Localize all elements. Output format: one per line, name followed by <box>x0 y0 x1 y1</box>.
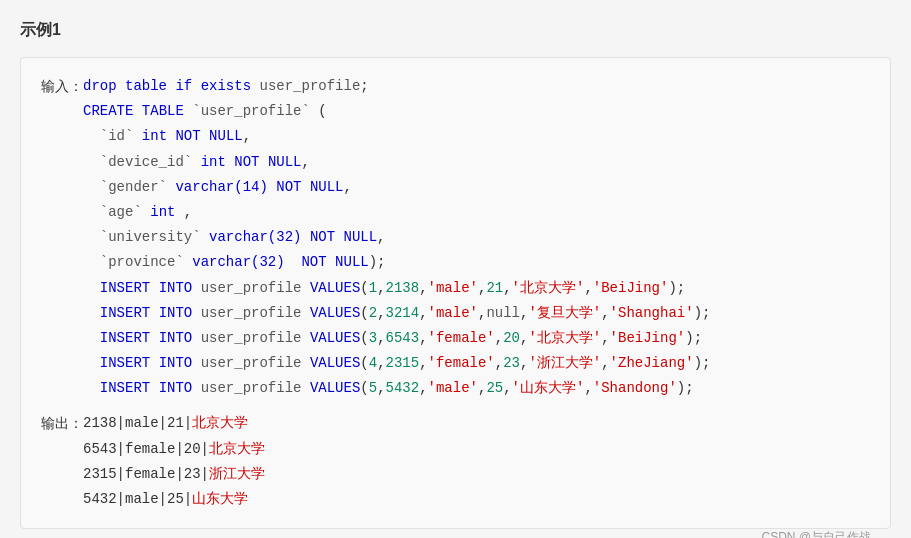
kw-not-3: NOT <box>276 179 301 195</box>
tbl-ref-4: user_profile <box>201 355 302 371</box>
code-line-2: CREATE TABLE `user_profile` ( <box>83 99 710 124</box>
null-val-1: null <box>486 305 520 321</box>
kw-not-5: NOT <box>301 254 326 270</box>
output-line-2: 6543|female|20|北京大学 <box>83 437 265 462</box>
tbl-ref-5: user_profile <box>201 380 302 396</box>
kw-values-3: VALUES <box>310 330 360 346</box>
col-university: `university` <box>100 229 201 245</box>
kw-create: CREATE <box>83 103 133 119</box>
kw-values-5: VALUES <box>310 380 360 396</box>
str-10: 'female' <box>428 355 495 371</box>
str-8: '北京大学' <box>528 330 601 346</box>
str-11: '浙江大学' <box>528 355 601 371</box>
kw-values-4: VALUES <box>310 355 360 371</box>
num-4: 2 <box>369 305 377 321</box>
kw-insert-1: INSERT <box>100 280 150 296</box>
num-12: 5 <box>369 380 377 396</box>
num-14: 25 <box>486 380 503 396</box>
code-block: drop table if exists user_profile; CREAT… <box>83 74 710 401</box>
code-line-12: INSERT INTO user_profile VALUES(4,2315,'… <box>83 351 710 376</box>
col-province: `province` <box>100 254 184 270</box>
content-block: 输入： drop table if exists user_profile; C… <box>20 57 891 529</box>
kw-not-4: NOT <box>310 229 335 245</box>
str-7: 'female' <box>428 330 495 346</box>
kw-insert-2: INSERT <box>100 305 150 321</box>
str-3: 'BeiJing' <box>593 280 669 296</box>
tbl-ref-1: user_profile <box>201 280 302 296</box>
output-highlight-1: 北京大学 <box>192 415 248 431</box>
kw-if: if <box>175 78 192 94</box>
str-9: 'BeiJing' <box>610 330 686 346</box>
tbl-ref-3: user_profile <box>201 330 302 346</box>
col-gender: `gender` <box>100 179 167 195</box>
code-line-8: `province` varchar(32) NOT NULL); <box>83 250 710 275</box>
output-block: 2138|male|21|北京大学 6543|female|20|北京大学 23… <box>83 411 265 512</box>
kw-null-1: NULL <box>209 128 243 144</box>
str-4: 'male' <box>428 305 478 321</box>
kw-null-2: NULL <box>268 154 302 170</box>
backtick-table: `user_profile` <box>192 103 310 119</box>
code-line-11: INSERT INTO user_profile VALUES(3,6543,'… <box>83 326 710 351</box>
kw-into-3: INTO <box>159 330 193 346</box>
str-1: 'male' <box>428 280 478 296</box>
num-2: 2138 <box>386 280 420 296</box>
str-6: 'Shanghai' <box>610 305 694 321</box>
output-line-1: 2138|male|21|北京大学 <box>83 411 265 436</box>
type-varchar-2: varchar(32) <box>209 229 301 245</box>
num-9: 4 <box>369 355 377 371</box>
example-title: 示例1 <box>20 20 891 41</box>
type-int-3: int <box>150 204 175 220</box>
code-line-7: `university` varchar(32) NOT NULL, <box>83 225 710 250</box>
type-varchar-3: varchar(32) <box>192 254 284 270</box>
kw-table-2: TABLE <box>142 103 184 119</box>
kw-into-2: INTO <box>159 305 193 321</box>
code-line-4: `device_id` int NOT NULL, <box>83 150 710 175</box>
kw-not-2: NOT <box>234 154 259 170</box>
num-7: 6543 <box>386 330 420 346</box>
kw-drop: drop <box>83 78 117 94</box>
code-line-10: INSERT INTO user_profile VALUES(2,3214,'… <box>83 301 710 326</box>
num-10: 2315 <box>386 355 420 371</box>
code-line-6: `age` int , <box>83 200 710 225</box>
kw-null-4: NULL <box>344 229 378 245</box>
num-1: 1 <box>369 280 377 296</box>
input-label: 输入： <box>41 74 83 401</box>
num-13: 5432 <box>386 380 420 396</box>
kw-values-1: VALUES <box>310 280 360 296</box>
output-highlight-3: 浙江大学 <box>209 466 265 482</box>
watermark: CSDN @与自己作战 <box>761 529 871 538</box>
output-line-3: 2315|female|23|浙江大学 <box>83 462 265 487</box>
num-5: 3214 <box>386 305 420 321</box>
page-wrapper: 示例1 输入： drop table if exists user_profil… <box>20 20 891 538</box>
kw-not-1: NOT <box>175 128 200 144</box>
output-label: 输出： <box>41 411 83 512</box>
input-section: 输入： drop table if exists user_profile; C… <box>41 74 870 401</box>
code-line-5: `gender` varchar(14) NOT NULL, <box>83 175 710 200</box>
num-6: 3 <box>369 330 377 346</box>
num-3: 21 <box>486 280 503 296</box>
kw-into-1: INTO <box>159 280 193 296</box>
str-5: '复旦大学' <box>528 305 601 321</box>
str-12: 'ZheJiang' <box>610 355 694 371</box>
output-highlight-4: 山东大学 <box>192 491 248 507</box>
kw-into-5: INTO <box>159 380 193 396</box>
col-age: `age` <box>100 204 142 220</box>
kw-insert-5: INSERT <box>100 380 150 396</box>
type-int-2: int <box>201 154 226 170</box>
kw-insert-4: INSERT <box>100 355 150 371</box>
kw-exists: exists <box>201 78 251 94</box>
code-line-1: drop table if exists user_profile; <box>83 74 710 99</box>
kw-into-4: INTO <box>159 355 193 371</box>
str-2: '北京大学' <box>512 280 585 296</box>
output-section: 输出： 2138|male|21|北京大学 6543|female|20|北京大… <box>41 411 870 512</box>
num-11: 23 <box>503 355 520 371</box>
code-line-9: INSERT INTO user_profile VALUES(1,2138,'… <box>83 276 710 301</box>
output-highlight-2: 北京大学 <box>209 441 265 457</box>
str-14: '山东大学' <box>512 380 585 396</box>
type-int-1: int <box>142 128 167 144</box>
code-line-13: INSERT INTO user_profile VALUES(5,5432,'… <box>83 376 710 401</box>
output-line-4: 5432|male|25|山东大学 <box>83 487 265 512</box>
kw-null-3: NULL <box>310 179 344 195</box>
kw-null-5: NULL <box>335 254 369 270</box>
str-15: 'Shandong' <box>593 380 677 396</box>
